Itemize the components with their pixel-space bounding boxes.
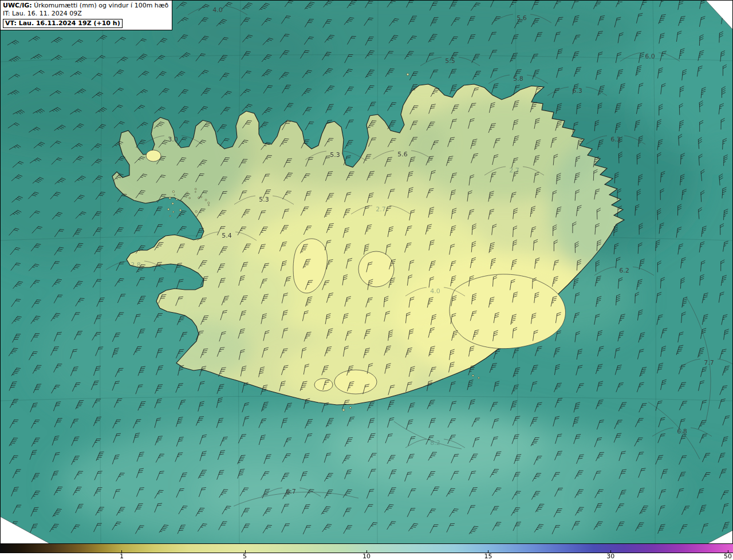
map-title: UWC/IG: Úrkomumætti (mm) og vindur í 100… [3, 2, 168, 10]
islet [169, 197, 171, 199]
islet [172, 203, 174, 204]
islet [208, 205, 210, 206]
colorbar-tick-label: 1 [120, 553, 124, 560]
islet [179, 209, 181, 211]
colorbar: 1510153050 [0, 543, 733, 560]
islet [172, 191, 174, 192]
model-label: UWC/IG: [3, 2, 32, 9]
map-canvas [0, 0, 733, 544]
colorbar-tick-label: 10 [362, 553, 371, 560]
glacier-drangajokull [146, 150, 161, 161]
islet [208, 202, 210, 204]
colorbar-ticks: 1510153050 [0, 553, 733, 560]
islet [195, 211, 197, 212]
colorbar-tick-label: 5 [243, 553, 247, 560]
islet [174, 195, 175, 195]
islet [187, 192, 188, 193]
colorbar-tick-label: 30 [606, 553, 614, 560]
islet [172, 211, 174, 213]
weather-map-product: 4.05.65.56.05.86.33.06.35.35.62.75.32.75… [0, 0, 733, 560]
map-title-text: Úrkomumætti (mm) og vindur í 100m hæð [32, 2, 169, 9]
islet [195, 191, 196, 192]
islet [167, 208, 169, 210]
glacier-myrdalsjokull [334, 370, 377, 394]
islet [195, 188, 196, 190]
islet [189, 198, 191, 199]
map-title-box: UWC/IG: Úrkomumætti (mm) og vindur í 100… [0, 0, 172, 30]
glacier-hofsjokull [358, 251, 394, 287]
colorbar-tick-label: 50 [724, 553, 732, 560]
islet [205, 199, 207, 201]
colorbar-tick-label: 15 [484, 553, 492, 560]
valid-time: VT: Lau. 16.11.2024 19Z (+10 h) [3, 19, 123, 28]
islet [186, 196, 187, 198]
init-time: IT: Lau. 16. 11. 2024 09Z [3, 10, 168, 18]
islet [176, 199, 178, 200]
glacier-eyjafjallajokull [314, 378, 333, 391]
islet [170, 215, 171, 216]
